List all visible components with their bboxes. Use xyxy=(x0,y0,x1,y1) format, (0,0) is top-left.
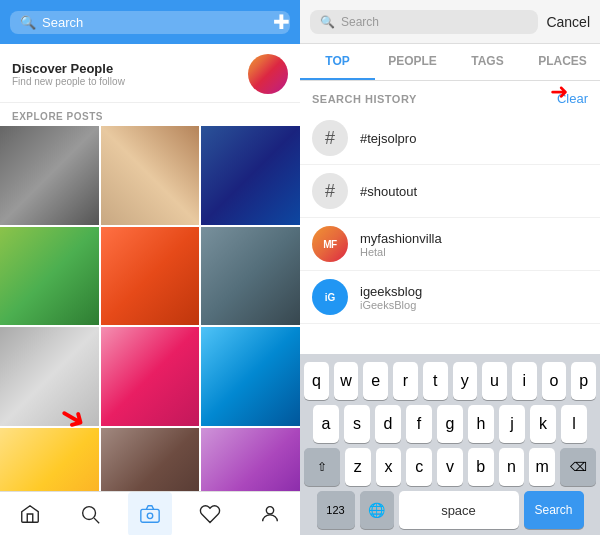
add-button[interactable]: ✚ xyxy=(273,10,290,34)
hashtag-icon-2: # xyxy=(312,173,348,209)
history-item[interactable]: # #tejsolpro xyxy=(300,112,600,165)
tabs: TOP PEOPLE TAGS PLACES xyxy=(300,44,600,81)
key-123[interactable]: 123 xyxy=(317,491,355,529)
key-search[interactable]: Search xyxy=(524,491,584,529)
key-b[interactable]: b xyxy=(468,448,494,486)
tab-tags[interactable]: TAGS xyxy=(450,44,525,80)
key-j[interactable]: j xyxy=(499,405,525,443)
key-c[interactable]: c xyxy=(406,448,432,486)
discover-avatar[interactable] xyxy=(248,54,288,94)
svg-point-3 xyxy=(147,513,153,519)
photo-cell[interactable] xyxy=(0,327,99,426)
key-y[interactable]: y xyxy=(453,362,478,400)
clear-button[interactable]: Clear xyxy=(557,91,588,106)
tab-people[interactable]: PEOPLE xyxy=(375,44,450,80)
key-s[interactable]: s xyxy=(344,405,370,443)
discover-subtitle: Find new people to follow xyxy=(12,76,125,87)
svg-point-0 xyxy=(83,506,96,519)
left-panel: 🔍 Search ✚ Discover People Find new peop… xyxy=(0,0,300,535)
photo-cell[interactable] xyxy=(201,327,300,426)
svg-rect-2 xyxy=(141,509,159,522)
explore-label: EXPLORE POSTS xyxy=(0,103,300,126)
photo-cell[interactable] xyxy=(0,227,99,326)
tab-places[interactable]: PLACES xyxy=(525,44,600,80)
discover-title: Discover People xyxy=(12,61,125,76)
key-e[interactable]: e xyxy=(363,362,388,400)
bottom-nav xyxy=(0,491,300,535)
photo-cell[interactable] xyxy=(101,327,200,426)
key-g[interactable]: g xyxy=(437,405,463,443)
key-l[interactable]: l xyxy=(561,405,587,443)
photo-cell[interactable] xyxy=(201,126,300,225)
key-d[interactable]: d xyxy=(375,405,401,443)
key-globe[interactable]: 🌐 xyxy=(360,491,394,529)
right-panel: 🔍 Search Cancel TOP PEOPLE TAGS PLACES S… xyxy=(300,0,600,535)
history-item-text-3: myfashionvilla Hetal xyxy=(360,231,442,258)
key-t[interactable]: t xyxy=(423,362,448,400)
nav-camera-icon[interactable] xyxy=(128,492,172,536)
key-m[interactable]: m xyxy=(529,448,555,486)
left-header: 🔍 Search ✚ xyxy=(0,0,300,44)
key-a[interactable]: a xyxy=(313,405,339,443)
search-icon-right: 🔍 xyxy=(320,15,335,29)
key-q[interactable]: q xyxy=(304,362,329,400)
key-f[interactable]: f xyxy=(406,405,432,443)
nav-heart-icon[interactable] xyxy=(188,492,232,536)
search-icon-left: 🔍 xyxy=(20,15,36,30)
key-w[interactable]: w xyxy=(334,362,359,400)
photo-cell[interactable] xyxy=(201,428,300,491)
tab-top[interactable]: TOP xyxy=(300,44,375,80)
history-header: SEARCH HISTORY Clear xyxy=(300,81,600,112)
keyboard-row-3: ⇧ z x c v b n m ⌫ xyxy=(304,448,596,486)
photo-cell[interactable] xyxy=(101,126,200,225)
key-o[interactable]: o xyxy=(542,362,567,400)
svg-point-4 xyxy=(266,506,273,513)
key-z[interactable]: z xyxy=(345,448,371,486)
history-item[interactable]: # #shoutout xyxy=(300,165,600,218)
photo-cell[interactable] xyxy=(0,126,99,225)
key-p[interactable]: p xyxy=(571,362,596,400)
history-item-4[interactable]: iG igeeksblog iGeeksBlog xyxy=(300,271,600,324)
key-h[interactable]: h xyxy=(468,405,494,443)
nav-home-icon[interactable] xyxy=(8,492,52,536)
key-shift[interactable]: ⇧ xyxy=(304,448,340,486)
history-item-sub-3: Hetal xyxy=(360,246,442,258)
history-item-text-2: #shoutout xyxy=(360,184,417,199)
avatar-igeeksblog: iG xyxy=(312,279,348,315)
keyboard-row-1: q w e r t y u i o p xyxy=(304,362,596,400)
discover-people-section: Discover People Find new people to follo… xyxy=(0,44,300,103)
key-n[interactable]: n xyxy=(499,448,525,486)
key-k[interactable]: k xyxy=(530,405,556,443)
photo-cell[interactable] xyxy=(101,227,200,326)
key-r[interactable]: r xyxy=(393,362,418,400)
search-placeholder-right: Search xyxy=(341,15,379,29)
key-u[interactable]: u xyxy=(482,362,507,400)
nav-profile-icon[interactable] xyxy=(248,492,292,536)
photo-grid xyxy=(0,126,300,491)
keyboard-row-bottom: 123 🌐 space Search xyxy=(304,491,596,529)
search-bar-right[interactable]: 🔍 Search xyxy=(310,10,538,34)
history-item-sub-4: iGeeksBlog xyxy=(360,299,422,311)
search-bar-left[interactable]: 🔍 Search xyxy=(10,11,290,34)
history-item-title-2: #shoutout xyxy=(360,184,417,199)
photo-cell[interactable] xyxy=(0,428,99,491)
key-space[interactable]: space xyxy=(399,491,519,529)
key-v[interactable]: v xyxy=(437,448,463,486)
nav-search-icon[interactable] xyxy=(68,492,112,536)
photo-cell[interactable] xyxy=(101,428,200,491)
right-header: 🔍 Search Cancel xyxy=(300,0,600,44)
key-backspace[interactable]: ⌫ xyxy=(560,448,596,486)
cancel-button[interactable]: Cancel xyxy=(546,14,590,30)
history-item-text-4: igeeksblog iGeeksBlog xyxy=(360,284,422,311)
hashtag-icon: # xyxy=(312,120,348,156)
key-i[interactable]: i xyxy=(512,362,537,400)
keyboard: q w e r t y u i o p a s d f g h j k l ⇧ … xyxy=(300,354,600,535)
history-item-text: #tejsolpro xyxy=(360,131,416,146)
photo-cell[interactable] xyxy=(201,227,300,326)
history-item-3[interactable]: MF myfashionvilla Hetal xyxy=(300,218,600,271)
history-item-title-3: myfashionvilla xyxy=(360,231,442,246)
keyboard-row-2: a s d f g h j k l xyxy=(304,405,596,443)
history-item-title: #tejsolpro xyxy=(360,131,416,146)
search-history-section: SEARCH HISTORY Clear ➜ # #tejsolpro # #s… xyxy=(300,81,600,354)
key-x[interactable]: x xyxy=(376,448,402,486)
